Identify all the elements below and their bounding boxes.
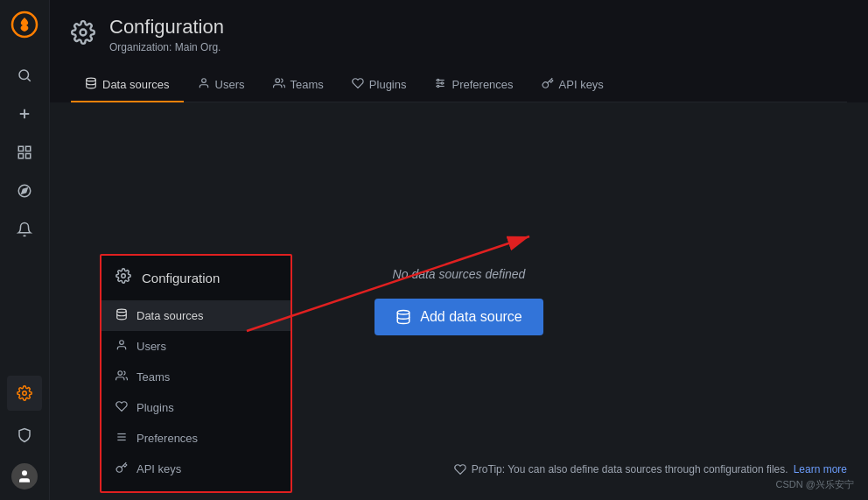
config-sidebar-item-teams[interactable]: Teams (102, 362, 290, 392)
plugins-sidebar-icon (116, 400, 128, 415)
search-nav-icon[interactable] (7, 58, 42, 93)
svg-point-20 (438, 79, 439, 81)
datasource-sidebar-icon (116, 308, 128, 323)
svg-point-24 (122, 274, 126, 278)
config-sidebar-plugins-label: Plugins (136, 401, 174, 414)
app-logo[interactable] (9, 9, 40, 40)
protip-text: ProTip: You can also define data sources… (472, 463, 788, 475)
tab-api-keys[interactable]: API keys (528, 68, 618, 102)
alert-nav-icon[interactable] (7, 212, 42, 247)
svg-point-1 (19, 70, 29, 80)
config-sidebar-preferences-label: Preferences (136, 432, 198, 445)
tab-teams[interactable]: Teams (259, 68, 338, 102)
config-sidebar-apikeys-label: API keys (136, 462, 181, 475)
tab-plugins-label: Plugins (369, 78, 407, 91)
tab-teams-label: Teams (290, 78, 324, 91)
protip-icon (454, 463, 466, 475)
narrow-sidebar (0, 0, 50, 500)
config-sidebar-item-preferences[interactable]: Preferences (102, 423, 290, 454)
protip-container: ProTip: You can also define data sources… (454, 463, 847, 475)
svg-rect-5 (18, 146, 23, 151)
config-sidebar-datasources-label: Data sources (136, 309, 204, 322)
svg-point-21 (442, 82, 444, 84)
add-datasource-button[interactable]: Add data source (374, 299, 543, 335)
config-header-icon (71, 20, 95, 51)
svg-rect-6 (26, 146, 31, 151)
plugins-tab-icon (352, 77, 364, 92)
datasource-tab-icon (85, 77, 97, 92)
svg-point-12 (22, 470, 27, 475)
explore-nav-icon[interactable] (7, 173, 42, 208)
page-title: Configuration (109, 16, 224, 39)
tab-users[interactable]: Users (184, 68, 259, 102)
svg-rect-7 (18, 154, 23, 158)
add-datasource-label: Add data source (420, 309, 522, 325)
page-header-text: Configuration Organization: Main Org. (109, 16, 224, 54)
tab-users-label: Users (215, 78, 245, 91)
tab-preferences[interactable]: Preferences (420, 68, 527, 102)
svg-point-26 (120, 341, 124, 345)
svg-point-22 (438, 85, 439, 87)
svg-point-15 (201, 79, 206, 83)
config-nav-icon[interactable] (7, 376, 42, 411)
plus-nav-icon[interactable] (7, 96, 42, 131)
tab-apikeys-label: API keys (559, 78, 604, 91)
tab-plugins[interactable]: Plugins (338, 68, 421, 102)
dashboards-nav-icon[interactable] (7, 135, 42, 170)
apikeys-sidebar-icon (116, 461, 128, 476)
config-sidebar: Configuration Data sources Users (100, 254, 292, 493)
config-sidebar-item-users[interactable]: Users (102, 331, 290, 362)
users-sidebar-icon (116, 339, 128, 354)
learn-more-link[interactable]: Learn more (794, 463, 847, 475)
config-sidebar-gear-icon (116, 268, 131, 288)
config-tabs: Data sources Users (71, 68, 847, 102)
svg-point-23 (397, 311, 410, 315)
page-header: Configuration Organization: Main Org. Da… (50, 0, 868, 102)
svg-point-14 (87, 78, 96, 81)
svg-rect-8 (26, 154, 31, 158)
users-tab-icon (198, 77, 210, 92)
preferences-sidebar-icon (116, 431, 128, 446)
page-subtitle: Organization: Main Org. (109, 41, 220, 53)
teams-tab-icon (273, 77, 285, 92)
page-wrapper: Configuration Organization: Main Org. Da… (50, 0, 868, 500)
config-sidebar-item-apikeys[interactable]: API keys (102, 454, 290, 484)
no-data-message: No data sources defined (393, 267, 526, 281)
watermark: CSDN @兴乐安宁 (776, 478, 854, 491)
preferences-tab-icon (434, 77, 446, 92)
teams-sidebar-icon (116, 370, 128, 384)
tab-preferences-label: Preferences (452, 78, 513, 91)
svg-point-25 (117, 309, 127, 313)
config-sidebar-item-datasources[interactable]: Data sources (102, 300, 290, 331)
svg-marker-10 (22, 188, 27, 194)
svg-point-11 (23, 391, 27, 396)
shield-nav-icon[interactable] (7, 418, 42, 453)
config-sidebar-header: Configuration (102, 256, 290, 300)
svg-point-27 (118, 371, 122, 376)
config-sidebar-title: Configuration (142, 271, 220, 285)
apikeys-tab-icon (542, 77, 554, 92)
user-avatar[interactable] (11, 463, 38, 489)
tab-datasources-label: Data sources (102, 78, 170, 91)
svg-point-13 (80, 29, 87, 35)
config-sidebar-teams-label: Teams (136, 370, 170, 384)
config-sidebar-item-plugins[interactable]: Plugins (102, 392, 290, 423)
svg-line-2 (27, 78, 30, 81)
svg-point-16 (275, 79, 279, 83)
config-sidebar-users-label: Users (136, 340, 166, 353)
tab-data-sources[interactable]: Data sources (71, 68, 184, 102)
